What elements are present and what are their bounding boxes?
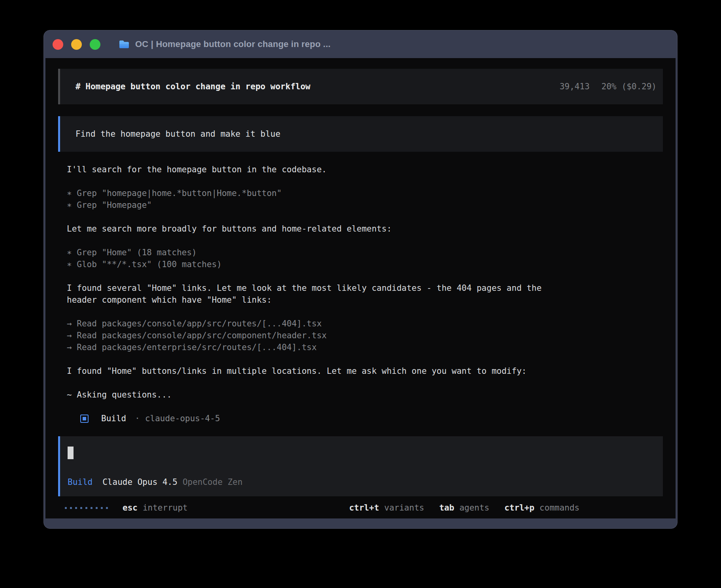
- input-model-label: Claude Opus 4.5: [102, 477, 177, 487]
- tool-call-line: → Read packages/enterprise/src/routes/[.…: [67, 341, 663, 353]
- input-provider-label: OpenCode Zen: [183, 477, 243, 487]
- tool-call-line: ∗ Grep "Homepage": [67, 199, 663, 211]
- terminal-body: # Homepage button color change in repo w…: [45, 58, 676, 518]
- shortcut-label: commands: [540, 503, 579, 513]
- tool-call-group: ∗ Grep "Home" (18 matches) ∗ Glob "**/*.…: [67, 247, 663, 270]
- assistant-message-line: I'll search for the homepage button in t…: [67, 164, 663, 175]
- shortcut-label: variants: [384, 503, 424, 513]
- separator-dot: ·: [135, 414, 140, 423]
- spinner-dot: [80, 507, 82, 509]
- desktop: OC | Homepage button color change in rep…: [0, 0, 721, 588]
- minimize-button[interactable]: [71, 39, 82, 50]
- token-count: 39,413: [560, 82, 590, 91]
- spinner-dot: [65, 507, 67, 509]
- footer-left: esc interrupt: [65, 502, 188, 514]
- session-cost: ($0.29): [621, 82, 657, 91]
- tool-call-line: ∗ Grep "Home" (18 matches): [67, 247, 663, 258]
- assistant-message: Let me search more broadly for buttons a…: [67, 223, 663, 235]
- interrupt-key: esc: [123, 503, 138, 513]
- build-agent-icon: [80, 415, 89, 423]
- tool-call-line: ∗ Glob "**/*.tsx" (100 matches): [67, 258, 663, 270]
- tool-call-line: ∗ Grep "homepage|home.*button|Home.*butt…: [67, 187, 663, 199]
- assistant-message: I found "Home" buttons/links in multiple…: [67, 365, 663, 377]
- text-cursor: [68, 447, 74, 459]
- shortcut-agents: tab agents: [439, 503, 489, 513]
- folder-icon: [119, 40, 130, 49]
- agent-status-row: Build · claude-opus-4-5: [58, 413, 663, 424]
- spinner-dot: [96, 507, 98, 509]
- window-title: OC | Homepage button color change in rep…: [135, 39, 330, 49]
- spinner-dot: [101, 507, 103, 509]
- input-agent-label: Build: [68, 477, 92, 487]
- session-stats: 39,413 20% ($0.29): [560, 82, 657, 91]
- assistant-message: I'll search for the homepage button in t…: [67, 164, 663, 175]
- spinner-dot: [106, 507, 108, 509]
- prompt-input[interactable]: Build Claude Opus 4.5 OpenCode Zen: [58, 436, 663, 496]
- zoom-button[interactable]: [90, 39, 100, 50]
- model-id: claude-opus-4-5: [145, 414, 220, 423]
- spinner-dot: [91, 507, 92, 509]
- session-title: # Homepage button color change in repo w…: [75, 82, 560, 91]
- assistant-status-message: ~ Asking questions...: [67, 389, 663, 401]
- working-spinner-dots: [65, 507, 108, 509]
- tool-call-line: → Read packages/console/app/src/routes/[…: [67, 318, 663, 330]
- spinner-dot: [70, 507, 72, 509]
- assistant-message-line: I found "Home" buttons/links in multiple…: [67, 365, 663, 377]
- shortcut-commands: ctrl+p commands: [504, 503, 579, 513]
- close-button[interactable]: [53, 39, 63, 50]
- shortcut-key: ctrl+p: [504, 503, 534, 513]
- titlebar: OC | Homepage button color change in rep…: [44, 30, 677, 58]
- session-header: # Homepage button color change in repo w…: [58, 69, 663, 104]
- user-message: Find the homepage button and make it blu…: [58, 116, 663, 152]
- user-message-text: Find the homepage button and make it blu…: [75, 129, 280, 139]
- spinner-dot: [85, 507, 87, 509]
- tool-call-group: → Read packages/console/app/src/routes/[…: [67, 318, 663, 353]
- input-status-line: Build Claude Opus 4.5 OpenCode Zen: [68, 477, 653, 487]
- interrupt-label: interrupt: [143, 503, 188, 513]
- tool-call-line: → Read packages/console/app/src/componen…: [67, 330, 663, 341]
- terminal-window: OC | Homepage button color change in rep…: [43, 30, 678, 529]
- footer-right: ctrl+t variants tab agents ctrl+p comman…: [349, 502, 579, 514]
- conversation: I'll search for the homepage button in t…: [58, 164, 663, 401]
- spinner-dot: [75, 507, 77, 509]
- assistant-message-line: I found several "Home" links. Let me loo…: [67, 282, 663, 294]
- assistant-message-line: header component which have "Home" links…: [67, 294, 663, 306]
- shortcut-key: ctrl+t: [349, 503, 379, 513]
- assistant-message: I found several "Home" links. Let me loo…: [67, 282, 663, 306]
- context-percent: 20%: [602, 82, 617, 91]
- shortcut-key: tab: [439, 503, 454, 513]
- shortcut-label: agents: [459, 503, 489, 513]
- assistant-message-line: ~ Asking questions...: [67, 389, 663, 401]
- shortcut-variants: ctrl+t variants: [349, 503, 424, 513]
- tool-call-group: ∗ Grep "homepage|home.*button|Home.*butt…: [67, 187, 663, 211]
- agent-name: Build: [101, 414, 126, 423]
- footer: esc interrupt ctrl+t variants tab agents…: [45, 502, 676, 514]
- assistant-message-line: Let me search more broadly for buttons a…: [67, 223, 663, 235]
